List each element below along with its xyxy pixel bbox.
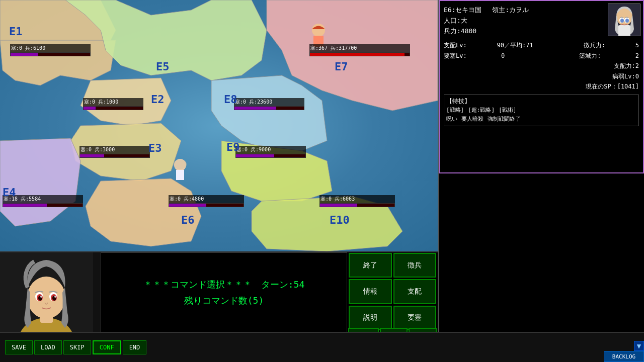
e10-info: 塞:0 兵:6063 — [319, 195, 395, 207]
end-button[interactable]: 終了 — [349, 253, 392, 278]
e5-label: E5 — [156, 60, 170, 73]
e2-label: E2 — [151, 93, 165, 106]
arrow-icon: ▼ — [637, 342, 641, 350]
backlog-button[interactable]: BACKLOG — [604, 351, 644, 362]
message-line1: ＊＊＊コマンド選択＊＊＊ ターン:54 — [143, 277, 305, 293]
e6-info: 塞:0 兵:4800 — [169, 195, 244, 207]
svg-rect-1 — [176, 170, 184, 180]
skills-header: [戦略] [超:戦略] [戦術] — [446, 106, 636, 115]
message-area: ＊＊＊コマンド選択＊＊＊ ターン:54 残りコマンド数(5) — [101, 252, 347, 333]
e7-label: E7 — [335, 60, 348, 73]
e7-info: 塞:367 兵:317700 — [309, 44, 410, 56]
dominate-button[interactable]: 支配 — [393, 279, 437, 304]
stat-row-3: 支配力:2 — [444, 61, 639, 71]
e8-info: 塞:0 兵:23600 — [234, 98, 304, 110]
svg-point-23 — [625, 19, 629, 23]
e2-info: 塞:0 兵:1000 — [83, 98, 143, 110]
main-action-buttons: 終了 徴兵 情報 支配 説明 要塞 — [347, 251, 438, 332]
svg-rect-19 — [618, 25, 630, 36]
territory-name: E6:セキヨ国 領主:カヲル — [444, 5, 604, 16]
e7-stats: 塞:367 兵:317700 — [309, 44, 410, 52]
load-button[interactable]: LOAD — [34, 340, 62, 354]
e1-label: E1 — [9, 25, 23, 38]
recruit-button[interactable]: 徴兵 — [393, 253, 437, 278]
e10-label: E10 — [330, 214, 350, 226]
e1-stats: 塞:0 兵:6100 — [10, 44, 91, 52]
e8-label: E8 — [224, 93, 237, 106]
e9-info: 塞:0 兵:9000 — [235, 146, 306, 158]
svg-point-16 — [54, 296, 56, 298]
e2-stats: 塞:0 兵:1000 — [83, 98, 143, 106]
svg-point-15 — [40, 296, 42, 298]
scroll-arrow[interactable]: ▼ — [634, 341, 644, 351]
message-line2: 残りコマンド数(5) — [184, 293, 264, 309]
e3-info: 塞:0 兵:3000 — [79, 146, 150, 158]
info-box: E6:セキヨ国 領主:カヲル 人口:大 兵力:4800 支配Lv:90／平均:7… — [439, 0, 644, 173]
e4-label: E4 — [3, 186, 16, 199]
conf-button[interactable]: CONF — [93, 340, 121, 354]
e8-stats: 塞:0 兵:23600 — [234, 98, 304, 106]
stat-row-1: 支配Lv:90／平均:71 徴兵力:5 — [444, 40, 639, 50]
e6-stats: 塞:0 兵:4800 — [169, 195, 244, 203]
skills-content: 呪い 要人暗殺 強制戦闘終了 — [446, 115, 636, 124]
skills-box: 【特技】 [戦略] [超:戦略] [戦術] 呪い 要人暗殺 強制戦闘終了 — [444, 95, 639, 126]
svg-point-2 — [174, 159, 187, 169]
svg-point-3 — [312, 24, 325, 37]
bottom-bar-buttons: SAVE LOAD SKIP CONF END — [5, 340, 146, 354]
skip-button[interactable]: SKIP — [63, 340, 91, 354]
action-bar: SAVE LOAD SKIP CONF END BACKLOG ▼ — [0, 332, 644, 362]
e9-label: E9 — [226, 141, 240, 153]
e3-label: E3 — [148, 142, 162, 154]
backlog-label: BACKLOG — [612, 353, 635, 360]
save-button[interactable]: SAVE — [5, 340, 33, 354]
population-info: 人口:大 — [444, 16, 604, 26]
e9-stats: 塞:0 兵:9000 — [235, 146, 306, 154]
portrait-box — [608, 4, 640, 36]
right-panel: E6:セキヨ国 領主:カヲル 人口:大 兵力:4800 支配Lv:90／平均:7… — [438, 0, 644, 362]
stat-row-4: 病弱Lv:0 — [444, 71, 639, 81]
stat-row-5: 現在のSP：[1041] — [444, 81, 639, 92]
e3-stats: 塞:0 兵:3000 — [79, 146, 150, 154]
e10-stats: 塞:0 兵:6063 — [319, 195, 395, 203]
svg-point-8 — [27, 277, 65, 319]
stat-row-2: 要塞Lv:0 築城力:2 — [444, 51, 639, 61]
military-info: 兵力:4800 — [444, 26, 604, 37]
e6-label: E6 — [181, 214, 195, 226]
skills-title: 【特技】 — [446, 97, 636, 106]
map-area: 塞:0 兵:6100 E1 E5 塞:367 兵:317700 E7 塞:0 兵… — [0, 0, 438, 251]
end-bar-button[interactable]: END — [123, 340, 147, 354]
e1-info: 塞:0 兵:6100 — [10, 44, 91, 56]
svg-point-22 — [620, 19, 624, 23]
info-button[interactable]: 情報 — [349, 279, 392, 304]
